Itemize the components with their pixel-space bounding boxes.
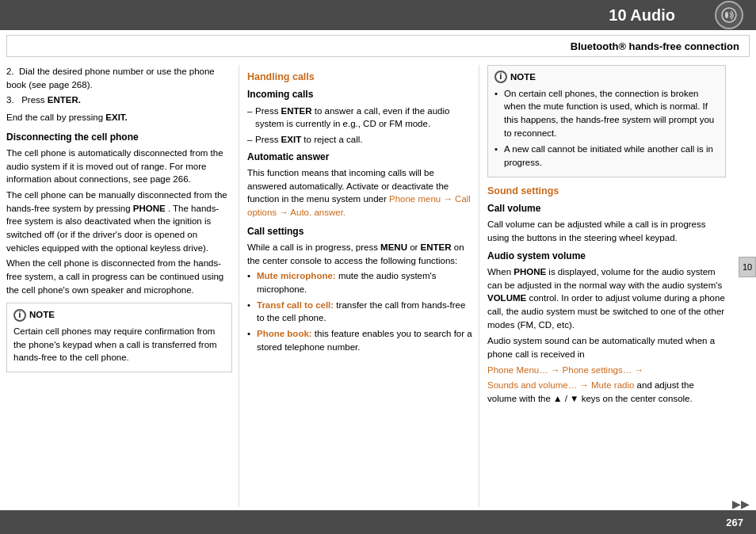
nav-arrow: ▶▶ [732, 498, 750, 510]
info-icon: i [13, 309, 26, 322]
step-2: 2. Dial the desired phone number or use … [6, 65, 232, 91]
bottom-bar: 267 [0, 510, 756, 534]
right-column: i NOTE On certain cell phones, the conne… [479, 65, 750, 507]
right-note-box: i NOTE On certain cell phones, the conne… [487, 65, 726, 177]
automatic-p: This function means that incoming calls … [247, 166, 472, 219]
middle-column: Handling calls Incoming calls Press ENTE… [239, 65, 472, 507]
section-bar: Bluetooth® hands-free connection [6, 35, 750, 57]
audio-orange-lines: Phone Menu… → Phone settings… → [487, 364, 726, 377]
audio-p2: Audio system sound can be automatically … [487, 334, 726, 360]
audio-orange-lines-2: Sounds and volume… → Mute radio and adju… [487, 379, 726, 405]
top-header: 10 Audio [0, 0, 756, 30]
main-content: 2. Dial the desired phone number or use … [0, 62, 756, 510]
svg-point-1 [725, 12, 728, 18]
right-note-header: i NOTE [494, 71, 719, 84]
automatic-heading: Automatic answer [247, 151, 472, 164]
left-note-text: Certain cell phones may require confirma… [13, 325, 225, 364]
left-column: 2. Dial the desired phone number or use … [6, 65, 232, 507]
call-settings-p: While a call is in progress, press MENU … [247, 241, 472, 267]
incoming-dash-2: Press EXIT to reject a call. [247, 133, 472, 147]
disconnecting-p2: The cell phone can be manually disconnec… [6, 189, 232, 254]
right-note-bullet-2: A new call cannot be initiated while ano… [494, 143, 719, 169]
bullet-transfer: Transf call to cell: transfer the call f… [247, 299, 472, 325]
disconnecting-p3: When the cell phone is disconnected from… [6, 257, 232, 296]
page-container: 10 Audio Bluetooth® hands-free connectio… [0, 0, 756, 534]
bullet-phonebook: Phone book: this feature enables you to … [247, 327, 472, 353]
step-3: 3. Press ENTER. [6, 93, 232, 107]
end-call: End the call by pressing EXIT. [6, 111, 232, 124]
left-note-header: i NOTE [13, 308, 225, 322]
audio-system-heading: Audio system volume [487, 250, 726, 263]
incoming-dash-1: Press ENTER to answer a call, even if th… [247, 105, 472, 131]
svg-point-0 [722, 8, 736, 22]
call-volume-text: Call volume can be adjusted while a call… [487, 218, 726, 244]
audio-icon [715, 1, 743, 29]
handling-heading: Handling calls [247, 70, 472, 84]
call-volume-heading: Call volume [487, 202, 726, 216]
bullet-mute: Mute microphone: mute the audio system's… [247, 269, 472, 296]
section-title: Bluetooth® hands-free connection [571, 40, 739, 52]
chapter-tab: 10 [739, 257, 756, 277]
sound-heading: Sound settings [487, 184, 726, 198]
page-number: 267 [726, 517, 743, 528]
incoming-heading: Incoming calls [247, 88, 472, 101]
disconnecting-heading: Disconnecting the cell phone [6, 131, 232, 144]
disconnecting-p1: The cell phone is automatically disconne… [6, 147, 232, 186]
left-note-box: i NOTE Certain cell phones may require c… [6, 303, 232, 372]
right-note-bullet-1: On certain cell phones, the connection i… [494, 87, 719, 140]
right-info-icon: i [494, 71, 507, 83]
audio-p1: When PHONE is displayed, volume for the … [487, 265, 726, 331]
page-title: 10 Audio [0, 6, 715, 25]
call-settings-heading: Call settings [247, 225, 472, 238]
